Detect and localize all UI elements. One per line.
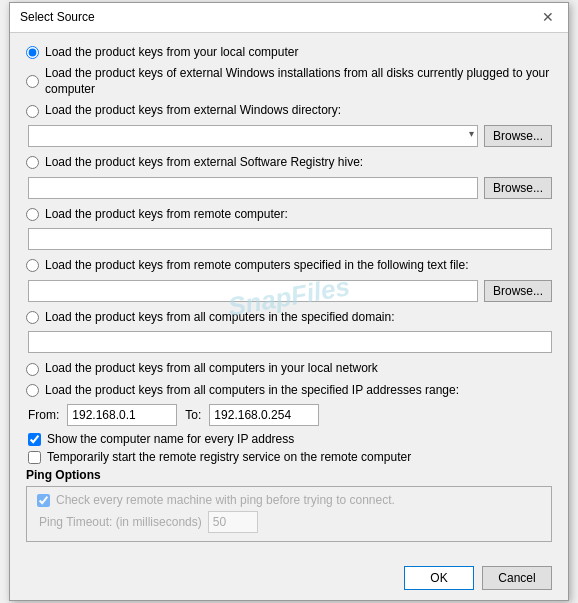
radio-opt2[interactable]	[26, 75, 39, 88]
radio-label-2: Load the product keys of external Window…	[45, 66, 552, 97]
radio-label-8: Load the product keys from all computers…	[45, 361, 378, 377]
radio-row-5: Load the product keys from remote comput…	[26, 207, 552, 223]
checkbox-label-1: Show the computer name for every IP addr…	[47, 432, 294, 446]
cancel-button[interactable]: Cancel	[482, 566, 552, 590]
radio-label-3: Load the product keys from external Wind…	[45, 103, 341, 119]
input-row-7	[28, 331, 552, 353]
radio-opt9[interactable]	[26, 384, 39, 397]
text-input-4[interactable]	[28, 177, 478, 199]
radio-opt3[interactable]	[26, 105, 39, 118]
radio-row-9: Load the product keys from all computers…	[26, 383, 552, 399]
ping-timeout-row: Ping Timeout: (in milliseconds)	[39, 511, 541, 533]
input-row-5	[28, 228, 552, 250]
radio-opt1[interactable]	[26, 46, 39, 59]
radio-row-7: Load the product keys from all computers…	[26, 310, 552, 326]
radio-row-2: Load the product keys of external Window…	[26, 66, 552, 97]
text-input-6[interactable]	[28, 280, 478, 302]
checkbox-row-1: Show the computer name for every IP addr…	[28, 432, 552, 446]
dialog-title: Select Source	[20, 10, 95, 24]
browse-button-4[interactable]: Browse...	[484, 177, 552, 199]
radio-label-7: Load the product keys from all computers…	[45, 310, 395, 326]
close-button[interactable]: ✕	[538, 7, 558, 27]
ping-timeout-input[interactable]	[208, 511, 258, 533]
ping-check-label: Check every remote machine with ping bef…	[56, 493, 395, 507]
radio-label-1: Load the product keys from your local co…	[45, 45, 298, 61]
radio-label-5: Load the product keys from remote comput…	[45, 207, 288, 223]
input-row-6: Browse...	[28, 280, 552, 302]
ip-range-row: From: To:	[28, 404, 552, 426]
title-bar: Select Source ✕	[10, 3, 568, 33]
radio-row-6: Load the product keys from remote comput…	[26, 258, 552, 274]
radio-row-4: Load the product keys from external Soft…	[26, 155, 552, 171]
input-row-4: Browse...	[28, 177, 552, 199]
radio-opt8[interactable]	[26, 363, 39, 376]
radio-label-4: Load the product keys from external Soft…	[45, 155, 363, 171]
radio-opt4[interactable]	[26, 156, 39, 169]
ping-checkbox[interactable]	[37, 494, 50, 507]
browse-button-6[interactable]: Browse...	[484, 280, 552, 302]
dropdown-3[interactable]	[28, 125, 478, 147]
ip-to-input[interactable]	[209, 404, 319, 426]
checkbox-row-2: Temporarily start the remote registry se…	[28, 450, 552, 464]
checkbox-label-2: Temporarily start the remote registry se…	[47, 450, 411, 464]
ip-from-input[interactable]	[67, 404, 177, 426]
button-row: OK Cancel	[10, 560, 568, 600]
radio-row-1: Load the product keys from your local co…	[26, 45, 552, 61]
radio-row-3: Load the product keys from external Wind…	[26, 103, 552, 119]
radio-label-6: Load the product keys from remote comput…	[45, 258, 469, 274]
browse-button-3[interactable]: Browse...	[484, 125, 552, 147]
radio-opt6[interactable]	[26, 259, 39, 272]
ping-timeout-label: Ping Timeout: (in milliseconds)	[39, 515, 202, 529]
ping-section-title: Ping Options	[26, 468, 552, 482]
input-row-3: Browse...	[28, 125, 552, 147]
to-label: To:	[185, 408, 201, 422]
checkbox-2[interactable]	[28, 451, 41, 464]
radio-row-8: Load the product keys from all computers…	[26, 361, 552, 377]
ping-group-box: Check every remote machine with ping bef…	[26, 486, 552, 542]
text-input-5[interactable]	[28, 228, 552, 250]
checkbox-1[interactable]	[28, 433, 41, 446]
dropdown-wrapper-3	[28, 125, 478, 147]
text-input-7[interactable]	[28, 331, 552, 353]
ping-check-row: Check every remote machine with ping bef…	[37, 493, 541, 507]
radio-opt7[interactable]	[26, 311, 39, 324]
radio-label-9: Load the product keys from all computers…	[45, 383, 459, 399]
radio-opt5[interactable]	[26, 208, 39, 221]
ok-button[interactable]: OK	[404, 566, 474, 590]
dialog: Select Source ✕ Load the product keys fr…	[9, 2, 569, 602]
dialog-body: Load the product keys from your local co…	[10, 33, 568, 561]
content-area: Load the product keys from your local co…	[10, 33, 568, 561]
from-label: From:	[28, 408, 59, 422]
